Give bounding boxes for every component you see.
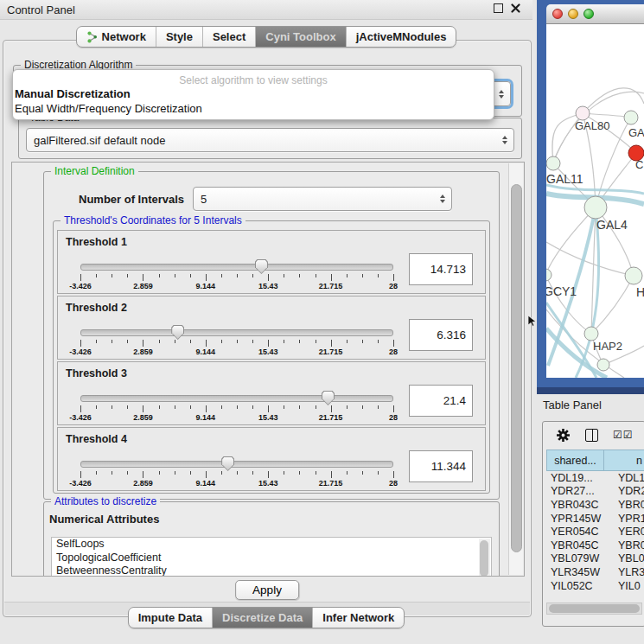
threshold-value-field[interactable]: 6.316	[409, 319, 473, 351]
tab-cyni-toolbox[interactable]: Cyni Toolbox	[255, 27, 345, 47]
slider-ticks	[80, 471, 393, 478]
interval-definition-legend: Interval Definition	[51, 165, 138, 177]
slider-tick-labels: -3.4262.8599.14415.4321.71528	[80, 479, 393, 488]
threshold-slider[interactable]: -3.4262.8599.14415.4321.71528	[80, 388, 393, 423]
tab-label: Style	[166, 30, 193, 43]
float-window-icon[interactable]	[494, 3, 503, 13]
slider-thumb[interactable]	[221, 456, 234, 471]
slider-tick-labels: -3.4262.8599.14415.4321.71528	[80, 282, 393, 290]
network-node[interactable]	[546, 269, 552, 281]
cell-shared-name: YDL19...	[546, 472, 618, 484]
apply-button[interactable]: Apply	[235, 580, 299, 600]
number-of-intervals-combobox[interactable]: 5	[193, 187, 452, 211]
column-header-shared[interactable]: shared...	[546, 450, 604, 471]
cell-name: YIL0	[618, 580, 644, 592]
tab-jactivemnodules[interactable]: jActiveMNodules	[346, 27, 456, 47]
table-row[interactable]: YBL079WYBL0	[546, 552, 644, 566]
threshold-box: Threshold 3-3.4262.8599.14415.4321.71528…	[57, 361, 486, 425]
attribute-item[interactable]: SelfLoops	[52, 538, 491, 552]
attributes-group: Attributes to discretize Numerical Attri…	[43, 501, 500, 577]
close-icon[interactable]	[511, 3, 520, 13]
minimize-traffic-light-icon[interactable]	[568, 9, 578, 19]
table-row[interactable]: YPR145WYPR1	[546, 512, 644, 526]
slider-thumb[interactable]	[171, 325, 184, 340]
checkbox-pair-icon[interactable]: ☑☑	[613, 429, 634, 441]
slider-track[interactable]	[80, 395, 393, 402]
network-node[interactable]	[546, 156, 560, 170]
table-row[interactable]: YIL052CYIL0	[546, 579, 644, 593]
network-node[interactable]	[625, 267, 642, 284]
network-node-label: GAL80	[575, 119, 609, 132]
table-horizontal-scrollbar[interactable]	[546, 603, 642, 615]
table-toolbar: ☑☑	[543, 422, 644, 448]
threshold-slider[interactable]: -3.4262.8599.14415.4321.71528	[80, 322, 393, 357]
numerical-attributes-list[interactable]: SelfLoopsTopologicalCoefficientBetweenne…	[51, 537, 492, 577]
close-traffic-light-icon[interactable]	[552, 9, 563, 19]
scrollbar-thumb[interactable]	[549, 604, 640, 613]
network-node[interactable]	[597, 359, 609, 371]
slider-track[interactable]	[80, 264, 393, 271]
network-view-window: GAL80GACGAL11GAL4GCY1HHAP2	[537, 0, 644, 394]
settings-vertical-scrollbar[interactable]	[508, 163, 523, 575]
zoom-traffic-light-icon[interactable]	[583, 9, 594, 19]
mouse-cursor	[528, 316, 537, 327]
column-selector-icon[interactable]	[585, 429, 598, 442]
slider-thumb[interactable]	[255, 259, 268, 274]
slider-tick-labels: -3.4262.8599.14415.4321.71528	[80, 348, 393, 356]
slider-tick-labels: -3.4262.8599.14415.4321.71528	[80, 413, 393, 422]
algorithm-dropdown-popup: Select algorithm to view settings Manual…	[12, 69, 494, 120]
scrollbar-thumb[interactable]	[511, 184, 522, 552]
network-edge[interactable]	[546, 242, 634, 276]
table-row[interactable]: YDL19...YDL1	[546, 471, 644, 485]
table-row[interactable]: YBR045CYBR0	[546, 539, 644, 552]
tab-discretize-data[interactable]: Discretize Data	[212, 608, 312, 628]
combo-spinner-icon[interactable]	[500, 129, 510, 151]
threshold-value-field[interactable]: 21.4	[409, 385, 473, 417]
cell-shared-name: YBR043C	[546, 499, 618, 511]
slider-track[interactable]	[80, 329, 393, 336]
network-node[interactable]	[584, 327, 598, 341]
tab-infer-network[interactable]: Infer Network	[312, 608, 404, 628]
threshold-box: Threshold 4-3.4262.8599.14415.4321.71528…	[57, 427, 486, 491]
network-node[interactable]	[624, 111, 638, 124]
slider-thumb[interactable]	[322, 391, 335, 405]
table-row[interactable]: YER054CYER0	[546, 525, 644, 539]
network-node[interactable]	[576, 106, 590, 120]
threshold-list: Threshold 1-3.4262.8599.14415.4321.71528…	[54, 230, 489, 493]
table-row[interactable]: YLR345WYLR3	[546, 565, 644, 579]
column-header-name[interactable]: n	[604, 450, 644, 471]
attribute-item[interactable]: BetweennessCentrality	[52, 564, 491, 577]
cell-shared-name: YDR27...	[546, 485, 618, 497]
algorithm-option[interactable]: Equal Width/Frequency Discretization	[13, 101, 494, 116]
threshold-value-field[interactable]: 14.713	[409, 253, 473, 285]
network-canvas[interactable]: GAL80GACGAL11GAL4GCY1HHAP2	[546, 24, 644, 378]
table-row[interactable]: YBR043CYBR0	[546, 498, 644, 512]
network-window-titlebar[interactable]	[546, 4, 644, 24]
tab-network[interactable]: Network	[77, 27, 156, 47]
attribute-item[interactable]: TopologicalCoefficient	[52, 552, 491, 565]
network-node[interactable]	[584, 196, 607, 219]
cell-name: YBL0	[618, 552, 644, 564]
threshold-value-field[interactable]: 11.344	[409, 450, 473, 482]
slider-track[interactable]	[80, 461, 393, 468]
bottom-tab-bar: Impute DataDiscretize DataInfer Network	[0, 607, 532, 628]
table-row[interactable]: YDR27...YDR2	[546, 485, 644, 499]
threshold-slider[interactable]: -3.4262.8599.14415.4321.71528	[80, 454, 393, 488]
number-of-intervals-label: Number of Intervals	[79, 193, 184, 206]
tab-select[interactable]: Select	[202, 27, 255, 47]
top-tab-bar: NetworkStyleSelectCyni ToolboxjActiveMNo…	[0, 26, 532, 48]
threshold-slider[interactable]: -3.4262.8599.14415.4321.71528	[80, 257, 393, 291]
combo-spinner-icon[interactable]	[437, 188, 448, 210]
numerical-attributes-label: Numerical Attributes	[49, 513, 159, 526]
gear-icon[interactable]	[556, 428, 571, 443]
threshold-label: Threshold 2	[58, 296, 485, 314]
slider-ticks	[80, 405, 393, 412]
thresholds-group: Threshold's Coordinates for 5 Intervals …	[53, 220, 490, 494]
table-data-combobox[interactable]: galFiltered.sif default node	[26, 128, 514, 152]
attributes-scrollbar[interactable]	[479, 539, 490, 577]
network-node-label: GAL4	[596, 218, 628, 232]
tab-style[interactable]: Style	[156, 27, 202, 47]
tab-impute-data[interactable]: Impute Data	[129, 608, 212, 628]
thresholds-legend: Threshold's Coordinates for 5 Intervals	[61, 214, 245, 226]
algorithm-option[interactable]: Manual Discretization	[13, 86, 494, 101]
